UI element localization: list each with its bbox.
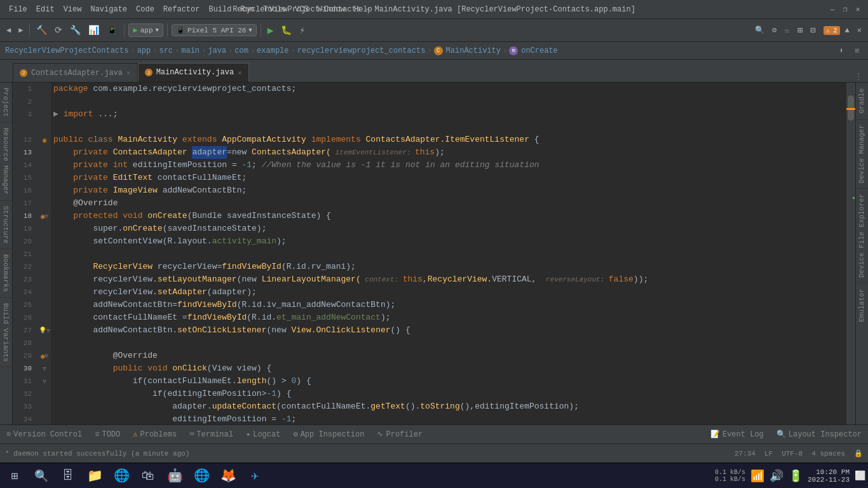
menu-refactor[interactable]: Refactor [159,4,204,15]
toolbar-extra2[interactable]: ⊞ [795,24,805,37]
tool-event-log[interactable]: 📝 Event Log [708,428,766,440]
crumb-app[interactable]: app [137,46,151,55]
app-dropdown[interactable]: ▶ app ▼ [128,24,163,37]
breadcrumb-tool-2[interactable]: ⊞ [851,46,863,55]
left-panel-tabs: Project Resource Manager Structure Bookm… [0,83,13,424]
device-dropdown[interactable]: 📱 Pixel 5 API 26 ▼ [172,24,257,36]
sync-button[interactable]: ⟳ [52,24,65,37]
tool-terminal[interactable]: ⌨ Terminal [187,428,236,440]
minimize-button[interactable]: — [827,4,837,15]
search-button[interactable]: 🔍 [29,464,53,488]
panel-bookmarks[interactable]: Bookmarks [0,249,12,297]
menu-edit[interactable]: Edit [32,4,58,15]
back-button[interactable]: ◀ [4,24,13,36]
taskbar-store[interactable]: 🛍 [136,464,160,488]
code-editor[interactable]: package com.example.recyclerviewproject_… [51,83,846,424]
menu-code[interactable]: Code [132,4,158,15]
profile-run-button[interactable]: ⚡ [297,24,307,37]
close-button[interactable]: ✕ [853,4,863,15]
crumb-package[interactable]: recyclerviewproject_contacts [297,46,426,55]
line-32: 32 [13,388,34,400]
status-bar: * daemon started successfully (a minute … [0,444,868,463]
crumb-class[interactable]: MainActivity [446,46,501,55]
build-button[interactable]: 🔨 [34,24,50,37]
crumb-project[interactable]: RecyclerViewProjectContacts [5,46,128,55]
crumb-java[interactable]: java [208,46,226,55]
forward-button[interactable]: ▶ [16,24,25,36]
toolbar-extra[interactable]: ☆ [782,24,792,37]
gradle-button[interactable]: 🔧 [67,24,83,37]
taskbar-telegram[interactable]: ✈ [243,464,267,488]
tab-settings-button[interactable]: ⋮ [849,71,868,82]
gutter-fold-18[interactable]: ▽ [45,213,48,220]
run-button[interactable]: ▶ [265,23,276,38]
menu-navigate[interactable]: Navigate [86,4,131,15]
taskbar-android-studio[interactable]: 🤖 [163,464,187,488]
taskbar-clock[interactable]: 10:20 PM 2022-11-23 [808,468,850,484]
menu-build[interactable]: Build [205,4,235,15]
tool-logcat[interactable]: ✦ Logcat [243,428,283,440]
debug-button[interactable]: 🐛 [278,24,294,37]
inspection-label: App Inspection [301,430,365,439]
gutter-fold-30[interactable]: ▽ [43,365,46,372]
tab-close-contacts[interactable]: ✕ [126,69,131,77]
tab-close-main[interactable]: ✕ [238,69,242,77]
taskbar-edge[interactable]: 🌐 [109,464,133,488]
expand-warnings[interactable]: ▲ [843,25,852,36]
caret-position[interactable]: 27:34 [735,450,756,458]
profiler-button[interactable]: 📊 [86,24,102,37]
panel-project[interactable]: Project [0,83,12,123]
line-17: 17 [13,197,34,210]
line-ending[interactable]: LF [764,450,773,458]
tool-problems[interactable]: ⚠ Problems [130,428,179,440]
task-view-button[interactable]: 🗄 [56,464,80,488]
panel-resource-manager[interactable]: Resource Manager [0,123,12,201]
indent-setting[interactable]: 4 spaces [811,450,845,458]
maximize-button[interactable]: ❐ [840,4,850,15]
inspection-icon: ⚙ [293,430,297,439]
crumb-com[interactable]: com [234,46,248,55]
toolbar-settings[interactable]: ⚙ [770,24,779,36]
panel-structure[interactable]: Structure [0,201,12,249]
profiler-icon: ∿ [377,430,383,439]
menu-view[interactable]: View [60,4,86,15]
panel-device-manager[interactable]: Device Manager [856,119,868,188]
crumb-method[interactable]: onCreate [521,46,558,55]
tab-main-activity[interactable]: J MainActivity.java ✕ [138,63,249,82]
gutter-lightbulb-27[interactable]: 💡 [39,327,46,334]
encoding[interactable]: UTF-8 [782,450,803,458]
panel-emulator[interactable]: Emulator [856,283,868,327]
taskbar-chrome[interactable]: 🌐 [189,464,214,488]
tool-app-inspection[interactable]: ⚙ App Inspection [290,428,367,440]
tab-icon-contacts: J [20,69,27,77]
tool-layout-inspector[interactable]: 🔍 Layout Inspector [774,428,864,440]
crumb-example[interactable]: example [257,46,288,55]
show-desktop-button[interactable]: ⬜ [855,470,865,481]
panel-build-variants[interactable]: Build Variants [0,298,12,367]
start-button[interactable]: ⊞ [3,464,27,488]
panel-device-file-explorer[interactable]: Device File Explorer [856,188,868,283]
battery-icon: 🔋 [789,469,803,483]
toolbar-search[interactable]: 🔍 [752,24,767,36]
vertical-scrollbar[interactable] [846,83,855,424]
crumb-main[interactable]: main [181,46,200,55]
crumb-src[interactable]: src [159,46,173,55]
avd-button[interactable]: 📱 [104,24,120,37]
tool-profiler[interactable]: ∿ Profiler [374,428,425,440]
breadcrumb-tool-1[interactable]: ⬆ [836,46,848,55]
close-warnings[interactable]: ✕ [855,24,864,36]
tab-contacts-adapter[interactable]: J ContactsAdapter.java ✕ [13,63,138,82]
code-line-13: private ContactsAdapter adapter=new Cont… [53,146,846,159]
menu-file[interactable]: File [5,4,31,15]
run-toolbar: ◀ ▶ 🔨 ⟳ 🔧 📊 📱 ▶ app ▼ 📱 Pixel 5 API 26 ▼… [0,19,868,42]
panel-gradle[interactable]: Gradle [856,83,868,119]
toolbar-extra3[interactable]: ⊟ [808,24,818,37]
gutter-fold-29[interactable]: ▽ [45,353,48,360]
gutter-fold-27[interactable]: ▽ [46,327,50,334]
taskbar-explorer[interactable]: 📁 [83,464,107,488]
taskbar-firefox[interactable]: 🦊 [216,464,240,488]
right-panel-tabs: Gradle Device Manager Device File Explor… [855,83,868,424]
tool-todo[interactable]: ≡ TODO [92,429,123,440]
tool-version-control[interactable]: ⊙ Version Control [4,428,85,440]
gutter-fold-31[interactable]: ▽ [43,378,46,385]
